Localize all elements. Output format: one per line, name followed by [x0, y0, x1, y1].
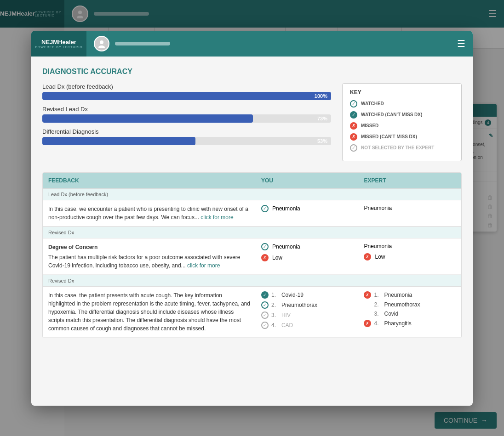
fb-row-3: In this case, the patient presents with …: [43, 287, 461, 338]
key-item-not-selected: ✓ NOT SELECTED BY THE EXPERT: [350, 144, 454, 152]
progress-bar-bg-diff: 53%: [42, 137, 331, 145]
progress-pct-diff: 53%: [317, 138, 327, 144]
fb-you-2: ✓ Pneumonia ✗ Low: [256, 238, 359, 274]
you-dx-entry-2: ✓ 2. Pneumothorax: [261, 301, 353, 309]
you-dx-entry-1: ✓ 1. Covid-19: [261, 291, 353, 299]
fb-feedback-2: Degree of Concern The patient has multip…: [43, 238, 256, 274]
you-icon-check-2a: ✓: [261, 243, 269, 250]
modal-menu-icon[interactable]: ☰: [457, 38, 465, 49]
fb-section-revised-dx-2: Revised Dx: [43, 275, 461, 287]
expert-dx-num-4: 4.: [374, 320, 381, 327]
key-title: KEY: [350, 89, 454, 96]
expert-dx-entry-1: ✗ 1. Pneumonia: [364, 291, 456, 299]
fb-header-you: YOU: [256, 173, 359, 188]
you-icon-x-2b: ✗: [261, 254, 269, 261]
you-icon-filled-1: ✓: [261, 291, 269, 299]
fb-header-feedback: FEEDBACK: [43, 173, 256, 188]
expert-dx-low-2: Low: [375, 254, 385, 260]
not-selected-icon: ✓: [350, 144, 357, 152]
svg-point-2: [100, 40, 103, 44]
modal-brand-sub: POWERED BY LECTURIO: [35, 45, 83, 49]
expert-dx-pneumothorax-3: Pneumothorax: [384, 301, 420, 308]
you-dx-pneumothorax: Pneumothorax: [281, 302, 317, 308]
you-icon-check-teal-1: ✓: [261, 205, 269, 212]
expert-dx-pneumonia-3: Pneumonia: [384, 292, 412, 298]
key-label-watched-cm: WATCHED (Can't miss Dx): [361, 112, 422, 117]
key-label-missed: MISSED: [361, 123, 378, 128]
progress-bar-bg-revised: 73%: [42, 114, 331, 123]
expert-dx-pneumonia-2: Pneumonia: [364, 243, 392, 249]
you-dx-pneumonia-2: Pneumonia: [272, 243, 300, 250]
key-label-missed-cm: MISSED (Can't miss Dx): [361, 134, 417, 139]
progress-section: Lead Dx (before feedback) 100% Revised L…: [42, 83, 331, 161]
expert-dx-pharyngitis: Pharyngitis: [384, 320, 411, 327]
you-dx-num-1: 1.: [271, 292, 279, 298]
you-dx-cad: CAD: [281, 322, 293, 328]
key-item-watched-cm: ✓ WATCHED (Can't miss Dx): [350, 111, 454, 119]
expert-dx-num-2: 2.: [374, 301, 381, 308]
feedback-table: FEEDBACK YOU EXPERT Lead Dx (before feed…: [42, 172, 462, 338]
progress-bar-fill-lead: [42, 92, 331, 100]
watched-icon: ✓: [350, 100, 357, 108]
progress-pct-lead: 100%: [315, 93, 327, 99]
watched-cm-icon: ✓: [350, 111, 357, 119]
progress-row-diff: Differential Diagnosis 53%: [42, 128, 331, 145]
modal-username-bar: [115, 42, 170, 45]
you-dx-num-3: 3.: [271, 312, 279, 318]
modal-avatar: [94, 36, 109, 51]
missed-icon: ✗: [350, 122, 357, 130]
you-dx-covid: Covid-19: [281, 292, 304, 298]
progress-pct-revised: 73%: [317, 116, 327, 121]
key-item-missed: ✗ MISSED: [350, 122, 454, 130]
key-item-watched: ✓ WATCHED: [350, 100, 454, 108]
progress-bar-fill-diff: [42, 137, 195, 145]
modal-section-title: DIAGNOSTIC ACCURACY: [42, 68, 462, 76]
you-icon-gray-3: ✓: [261, 311, 269, 319]
fb-section-lead-dx: Lead Dx (before feedback): [43, 188, 461, 200]
progress-label-diff: Differential Diagnosis: [42, 128, 331, 135]
fb-expert-2: Pneumonia ✗ Low: [358, 238, 461, 274]
fb-section-revised-dx: Revised Dx: [43, 226, 461, 238]
you-dx-entry-3: ✓ 3. HIV: [261, 311, 353, 319]
progress-row-lead-dx: Lead Dx (before feedback) 100%: [42, 83, 331, 100]
fb-row-1: In this case, we encounter a patient who…: [43, 200, 461, 226]
you-dx-entry-4: ✓ 4. CAD: [261, 322, 353, 329]
modal-brand-name: NEJMHealer: [41, 39, 76, 45]
accuracy-container: Lead Dx (before feedback) 100% Revised L…: [42, 83, 462, 161]
fb-you-1: ✓ Pneumonia: [256, 200, 359, 226]
expert-icon-x-1: ✗: [364, 291, 371, 299]
key-label-not-selected: NOT SELECTED BY THE EXPERT: [361, 145, 434, 150]
fb-header-expert: EXPERT: [358, 173, 461, 188]
expert-icon-x-4: ✗: [364, 320, 371, 327]
modal-overlay: NEJMHealer POWERED BY LECTURIO ☰ DIAGNOS…: [0, 0, 504, 436]
fb-row-2: Degree of Concern The patient has multip…: [43, 238, 461, 275]
progress-label-revised: Revised Lead Dx: [42, 106, 331, 113]
key-box: KEY ✓ WATCHED ✓ WATCHED (Can't miss Dx) …: [342, 83, 462, 161]
fb-feedback-1: In this case, we encounter a patient who…: [43, 200, 256, 226]
expert-icon-x-2b: ✗: [364, 253, 371, 260]
progress-bar-bg-lead: 100%: [42, 92, 331, 100]
expert-dx-entry-2: 2. Pneumothorax: [364, 301, 456, 308]
progress-bar-fill-revised: [42, 114, 253, 123]
expert-dx-pneumonia-1: Pneumonia: [364, 205, 392, 211]
modal-container: NEJMHealer POWERED BY LECTURIO ☰ DIAGNOS…: [31, 31, 473, 406]
expert-dx-entry-3: 3. Covid: [364, 311, 456, 317]
fb-degree-concern: Degree of Concern: [48, 243, 250, 251]
fb-feedback-3: In this case, the patient presents with …: [43, 287, 256, 337]
you-dx-num-4: 4.: [271, 322, 279, 328]
you-dx-low-2: Low: [272, 255, 282, 261]
feedback-table-header: FEEDBACK YOU EXPERT: [43, 173, 461, 188]
fb-click-more-1[interactable]: click for more: [200, 214, 233, 221]
modal-logo: NEJMHealer POWERED BY LECTURIO: [31, 31, 86, 57]
fb-expert-1: Pneumonia: [358, 200, 461, 226]
missed-cm-icon: ✗: [350, 133, 357, 141]
expert-dx-num-1: 1.: [374, 292, 381, 298]
expert-dx-entry-4: ✗ 4. Pharyngitis: [364, 320, 456, 327]
you-dx-num-2: 2.: [271, 302, 279, 308]
modal-header: NEJMHealer POWERED BY LECTURIO ☰: [31, 31, 473, 57]
you-dx-hiv: HIV: [281, 312, 291, 318]
expert-dx-num-3: 3.: [374, 311, 381, 317]
you-dx-pneumonia-1: Pneumonia: [272, 205, 300, 212]
svg-point-3: [98, 45, 105, 48]
fb-click-more-2[interactable]: click for more: [187, 262, 220, 269]
